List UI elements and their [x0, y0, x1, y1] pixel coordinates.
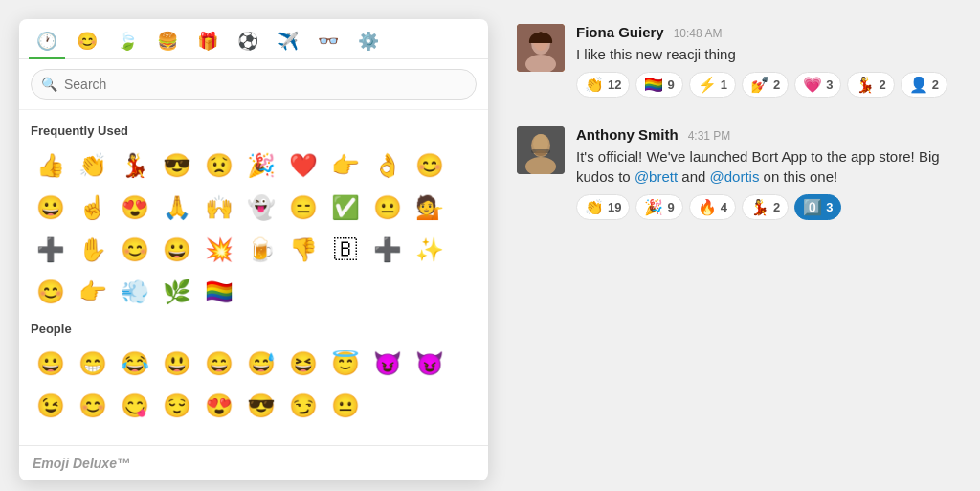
chat-area: Fiona Guiery 10:48 AM I like this new re… [517, 19, 961, 220]
tab-recent[interactable]: 🕐 [29, 25, 65, 59]
emoji-picker: 🕐 😊 🍃 🍔 🎁 ⚽ ✈️ 👓 ⚙️ 🔍 Frequently Used 👍 … [19, 19, 488, 480]
emoji-cloud[interactable]: 💨 [115, 272, 155, 312]
mention-dortis[interactable]: @dortis [710, 168, 760, 185]
emoji-ghost[interactable]: 👻 [241, 188, 281, 228]
reaction-clap2[interactable]: 👏19 [576, 194, 630, 220]
emoji-sunglasses[interactable]: 😎 [157, 145, 197, 186]
reaction-bolt[interactable]: ⚡1 [689, 72, 736, 98]
section-label-frequently-used: Frequently Used [31, 123, 477, 138]
emoji-rainbow-flag[interactable]: 🏳️‍🌈 [199, 272, 239, 312]
emoji-plus[interactable]: ➕ [31, 230, 71, 270]
message-content-fiona: Fiona Guiery 10:48 AM I like this new re… [576, 24, 961, 98]
time-fiona: 10:48 AM [674, 27, 723, 40]
emoji-heart[interactable]: ❤️ [283, 145, 323, 186]
tab-food[interactable]: 🍔 [149, 25, 186, 59]
tab-objects[interactable]: 👓 [310, 25, 346, 59]
reaction-rainbow[interactable]: 🏳️‍🌈9 [635, 72, 682, 98]
emoji-smile4[interactable]: 😄 [199, 344, 239, 384]
tab-nature[interactable]: 🍃 [109, 25, 145, 59]
frequently-used-grid: 👍 👏 💃 😎 😟 🎉 ❤️ 👉 👌 😊 😀 ☝️ 😍 🙏 🙌 👻 😑 ✅ 😐 … [31, 145, 477, 312]
emoji-dance[interactable]: 💃 [115, 145, 155, 186]
time-anthony: 4:31 PM [688, 129, 731, 143]
emoji-lol[interactable]: 😂 [115, 344, 155, 384]
reaction-party[interactable]: 🎉9 [635, 194, 682, 220]
reaction-person[interactable]: 👤2 [901, 72, 947, 98]
emoji-grin[interactable]: 😀 [31, 188, 71, 228]
emoji-plus2[interactable]: ➕ [368, 230, 408, 270]
emoji-leaf[interactable]: 🌿 [157, 272, 197, 312]
tab-travel[interactable]: ⚽ [230, 25, 266, 59]
emoji-beaming[interactable]: 😁 [73, 344, 113, 384]
emoji-smile3[interactable]: 😊 [31, 272, 71, 312]
emoji-pointup[interactable]: ☝️ [73, 188, 113, 228]
mention-brett[interactable]: @brett [635, 168, 678, 185]
emoji-person-tipping[interactable]: 💁 [410, 188, 450, 228]
search-container: 🔍 [31, 69, 477, 100]
emoji-grin2[interactable]: 😀 [157, 230, 197, 270]
emoji-expressionless[interactable]: 😑 [283, 188, 323, 228]
emoji-wink[interactable]: 😉 [31, 386, 71, 426]
tab-activity[interactable]: 🎁 [189, 25, 226, 59]
emoji-devil2[interactable]: 😈 [410, 344, 450, 384]
search-wrap: 🔍 [19, 59, 488, 110]
emoji-flag-b[interactable]: 🇧 [325, 230, 366, 270]
people-grid: 😀 😁 😂 😃 😄 😅 😆 😇 😈 😈 😉 😊 😋 😌 😍 😎 😏 😐 [31, 344, 477, 426]
emoji-boom[interactable]: 💥 [199, 230, 239, 270]
emoji-laughing[interactable]: 😆 [283, 344, 323, 384]
tab-places[interactable]: ✈️ [270, 25, 306, 59]
message-text-fiona: I like this new reacji thing [576, 44, 961, 64]
emoji-neutral[interactable]: 😐 [368, 188, 408, 228]
emoji-sweat-smile[interactable]: 😅 [241, 344, 281, 384]
emoji-thumbsdown[interactable]: 👎 [283, 230, 323, 270]
emoji-pointright[interactable]: 👉 [325, 145, 366, 186]
emoji-devil[interactable]: 😈 [368, 344, 408, 384]
emoji-party[interactable]: 🎉 [241, 145, 281, 186]
reaction-nail[interactable]: 💅2 [742, 72, 789, 98]
emoji-wave[interactable]: ✋ [73, 230, 113, 270]
emoji-innocent[interactable]: 😇 [325, 344, 366, 384]
emoji-heart-eyes[interactable]: 😍 [115, 188, 155, 228]
reaction-clap[interactable]: 👏12 [576, 72, 630, 98]
emoji-beer[interactable]: 🍺 [241, 230, 281, 270]
emoji-check[interactable]: ✅ [325, 188, 366, 228]
emoji-relieved[interactable]: 😌 [157, 386, 197, 426]
emoji-footer: Emoji Deluxe™ [19, 445, 488, 480]
emoji-smirk[interactable]: 😏 [283, 386, 323, 426]
tab-smileys[interactable]: 😊 [69, 25, 105, 59]
emoji-tab-bar: 🕐 😊 🍃 🍔 🎁 ⚽ ✈️ 👓 ⚙️ [19, 19, 488, 59]
reaction-dance[interactable]: 💃2 [847, 72, 894, 98]
section-label-people: People [31, 322, 477, 336]
reactions-fiona: 👏12 🏳️‍🌈9 ⚡1 💅2 💗3 💃2 👤2 [576, 72, 961, 98]
reaction-zero[interactable]: 0️⃣3 [794, 194, 841, 220]
tab-symbols[interactable]: ⚙️ [350, 25, 387, 59]
avatar-anthony [517, 126, 565, 174]
reaction-dance2[interactable]: 💃2 [742, 194, 789, 220]
emoji-clap[interactable]: 👏 [73, 145, 113, 186]
message-anthony: Anthony Smith 4:31 PM It's official! We'… [517, 126, 961, 220]
emoji-smile2[interactable]: 😊 [115, 230, 155, 270]
emoji-heart-eyes2[interactable]: 😍 [199, 386, 239, 426]
emoji-neutral2[interactable]: 😐 [325, 386, 366, 426]
reaction-heartpink[interactable]: 💗3 [794, 72, 841, 98]
message-fiona: Fiona Guiery 10:48 AM I like this new re… [517, 24, 961, 98]
svg-point-9 [535, 150, 546, 156]
message-content-anthony: Anthony Smith 4:31 PM It's official! We'… [576, 126, 961, 220]
emoji-smile[interactable]: 😊 [410, 145, 450, 186]
emoji-pray[interactable]: 🙏 [157, 188, 197, 228]
emoji-smiley[interactable]: 😃 [157, 344, 197, 384]
emoji-body: Frequently Used 👍 👏 💃 😎 😟 🎉 ❤️ 👉 👌 😊 😀 ☝… [19, 110, 488, 445]
emoji-worried[interactable]: 😟 [199, 145, 239, 186]
search-input[interactable] [31, 69, 477, 100]
emoji-raised-hands[interactable]: 🙌 [199, 188, 239, 228]
message-header-anthony: Anthony Smith 4:31 PM [576, 126, 961, 143]
author-anthony: Anthony Smith [576, 126, 679, 143]
emoji-yum[interactable]: 😋 [115, 386, 155, 426]
emoji-blush[interactable]: 😊 [73, 386, 113, 426]
reaction-fire[interactable]: 🔥4 [689, 194, 736, 220]
emoji-ok[interactable]: 👌 [368, 145, 408, 186]
emoji-sparkles[interactable]: ✨ [410, 230, 450, 270]
emoji-cool[interactable]: 😎 [241, 386, 281, 426]
emoji-grinning[interactable]: 😀 [31, 344, 71, 384]
emoji-point-right[interactable]: 👉 [73, 272, 113, 312]
emoji-thumbsup[interactable]: 👍 [31, 145, 71, 186]
